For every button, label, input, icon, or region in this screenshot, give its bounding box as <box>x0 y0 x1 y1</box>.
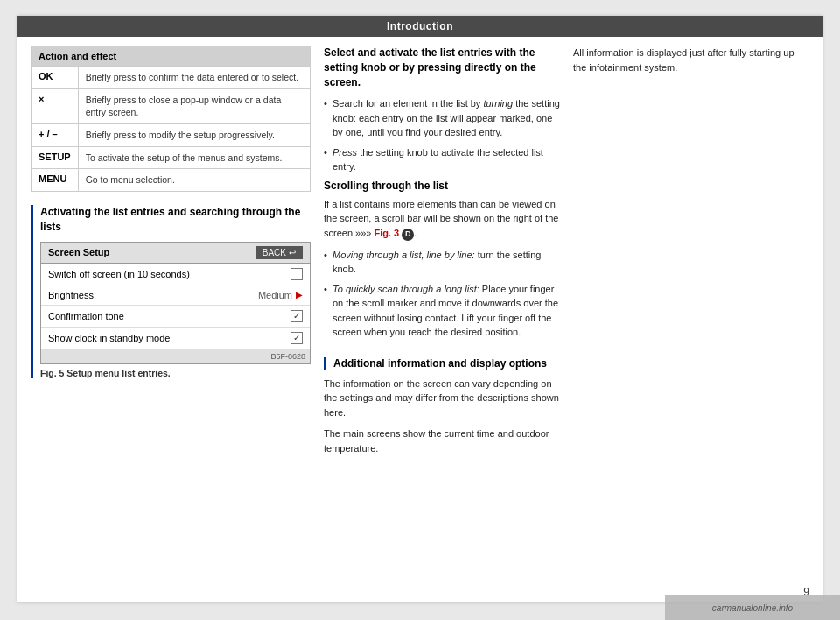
additional-text-1: The information on the screen can vary d… <box>324 377 560 420</box>
bullet-moving: Moving through a list, line by line: tur… <box>324 248 560 277</box>
row-value: Medium ▶ <box>258 290 303 300</box>
table-row: + / – Briefly press to modify the setup … <box>32 124 311 147</box>
fig-caption: Fig. 5 Setup menu list entries. <box>40 368 311 378</box>
header-title: Introduction <box>387 20 453 32</box>
desc-cell: Go to menu selection. <box>78 169 310 192</box>
action-table: Action and effect OK Briefly press to co… <box>31 46 311 192</box>
checkbox-icon[interactable]: ✓ <box>290 332 303 344</box>
key-cell: + / – <box>32 124 79 147</box>
bullet-scan: To quickly scan through a long list: Pla… <box>324 282 560 340</box>
scrolling-fig-circle: D <box>402 229 414 241</box>
row-label: Brightness: <box>48 290 96 300</box>
desc-cell: Briefly press to close a pop-up window o… <box>78 88 310 123</box>
page-container: Introduction Action and effect OK Briefl… <box>18 16 822 602</box>
back-button[interactable]: BACK ↩ <box>256 246 303 259</box>
back-icon: ↩ <box>289 248 296 257</box>
table-row: × Briefly press to close a pop-up window… <box>32 88 311 123</box>
middle-column: Select and activate the list entries wit… <box>324 46 560 587</box>
checkbox-icon[interactable] <box>290 268 303 280</box>
key-cell: × <box>32 88 79 123</box>
additional-section: Additional information and display optio… <box>324 357 560 456</box>
watermark-bar: carmanualonline.info <box>665 595 840 620</box>
screen-setup-row: Brightness: Medium ▶ <box>41 285 310 306</box>
watermark-text: carmanualonline.info <box>712 603 793 613</box>
desc-cell: Briefly press to confirm the data entere… <box>78 67 310 89</box>
row-label: Switch off screen (in 10 seconds) <box>48 269 190 279</box>
content-area: Action and effect OK Briefly press to co… <box>18 37 822 595</box>
fig-code: B5F-0628 <box>270 352 305 361</box>
activating-title: Activating the list entries and searchin… <box>40 205 311 235</box>
bullet-turning-prefix: Search for an element in the list by <box>332 98 483 109</box>
key-cell: MENU <box>32 169 79 192</box>
right-text: All information is displayed just after … <box>573 46 809 74</box>
table-row: SETUP To activate the setup of the menus… <box>32 146 311 169</box>
desc-cell: Briefly press to modify the setup progre… <box>78 124 310 147</box>
fig-number: Fig. 5 <box>40 368 64 378</box>
row-label: Confirmation tone <box>48 311 124 321</box>
key-cell: OK <box>32 67 79 89</box>
bullet-press-italic: Press <box>332 147 357 158</box>
additional-heading: Additional information and display optio… <box>333 357 560 370</box>
bullet-scan-italic: To quickly scan through a long list: <box>332 284 480 294</box>
additional-text-2: The main screens show the current time a… <box>324 426 560 455</box>
bullet-press: Press the setting knob to activate the s… <box>324 145 560 174</box>
value-text: Medium <box>258 290 292 300</box>
select-heading: Select and activate the list entries wit… <box>324 46 560 89</box>
scrolling-arrow: »»» <box>355 228 374 238</box>
bullet-moving-italic: Moving through a list, line by line: <box>332 250 475 260</box>
bullet-turning: Search for an element in the list by tur… <box>324 96 560 140</box>
arrow-right-icon[interactable]: ▶ <box>296 290 303 299</box>
screen-setup-row: Confirmation tone ✓ <box>41 306 310 328</box>
page-header: Introduction <box>18 16 822 37</box>
table-header: Action and effect <box>32 46 311 67</box>
desc-cell: To activate the setup of the menus and s… <box>78 146 310 169</box>
screen-setup-row: Show clock in standby mode ✓ <box>41 328 310 349</box>
scrolling-text: If a list contains more elements than ca… <box>324 197 560 241</box>
scrolling-fig-ref: Fig. 3 <box>374 228 400 238</box>
key-cell: SETUP <box>32 146 79 169</box>
scrolling-heading: Scrolling through the list <box>324 180 560 192</box>
table-row: MENU Go to menu selection. <box>32 169 311 192</box>
additional-heading-text: Additional information and display optio… <box>333 357 547 370</box>
left-column: Action and effect OK Briefly press to co… <box>31 46 311 587</box>
activating-section: Activating the list entries and searchin… <box>31 205 311 378</box>
back-label: BACK <box>262 248 286 257</box>
screen-setup-title: Screen Setup <box>48 247 109 257</box>
bullet-press-suffix: the setting knob to activate the selecte… <box>332 147 543 173</box>
right-column: All information is displayed just after … <box>573 46 809 587</box>
row-label: Show clock in standby mode <box>48 333 170 343</box>
fig-caption-text: Setup menu list entries. <box>66 368 170 378</box>
table-row: OK Briefly press to confirm the data ent… <box>32 67 311 89</box>
screen-setup-row: Switch off screen (in 10 seconds) <box>41 264 310 285</box>
screen-setup-footer: B5F-0628 <box>41 349 310 363</box>
bullet-turning-italic: turning <box>483 98 513 109</box>
checkbox-icon[interactable]: ✓ <box>290 310 303 322</box>
screen-setup-rows: Switch off screen (in 10 seconds) Bright… <box>41 264 310 349</box>
screen-setup-header: Screen Setup BACK ↩ <box>41 243 310 264</box>
additional-info-box: Additional information and display optio… <box>324 357 560 370</box>
screen-setup-mockup: Screen Setup BACK ↩ Switch off screen (i… <box>40 242 311 364</box>
